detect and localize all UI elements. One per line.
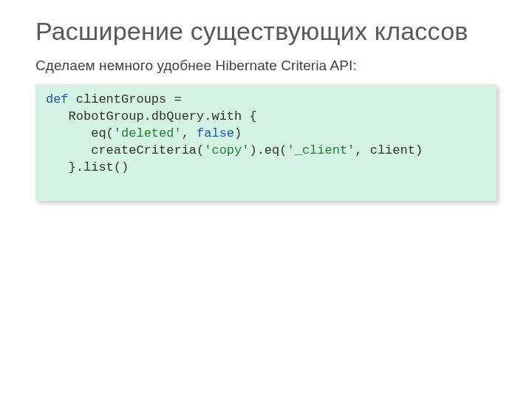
code-text: }.list() bbox=[46, 160, 129, 174]
code-text: RobotGroup.dbQuery.with { bbox=[46, 109, 257, 123]
code-text: ) bbox=[234, 126, 242, 140]
slide: Расширение существующих классов Сделаем … bbox=[0, 0, 532, 201]
code-keyword: def bbox=[46, 92, 69, 106]
code-text: createCriteria( bbox=[46, 143, 204, 157]
slide-title: Расширение существующих классов bbox=[35, 16, 497, 46]
code-string: '_client' bbox=[287, 143, 355, 157]
code-text: , bbox=[182, 126, 197, 140]
code-block: def clientGroups = RobotGroup.dbQuery.wi… bbox=[35, 84, 497, 201]
slide-subtitle: Сделаем немного удобнее Hibernate Criter… bbox=[35, 58, 497, 74]
code-string: 'deleted' bbox=[114, 126, 182, 140]
code-string: 'copy' bbox=[204, 143, 249, 157]
code-text: clientGroups = bbox=[69, 92, 182, 106]
code-text: , client) bbox=[355, 143, 423, 157]
code-text: ).eq( bbox=[249, 143, 287, 157]
code-keyword: false bbox=[197, 126, 234, 140]
code-text: eq( bbox=[46, 126, 114, 140]
